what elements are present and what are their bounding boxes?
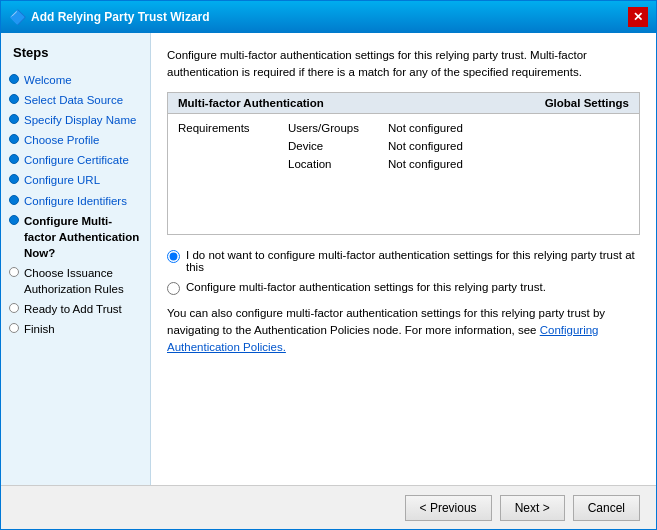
mfa-value: Not configured [388, 158, 463, 170]
sidebar-title: Steps [1, 45, 150, 70]
mfa-row-location: Location Not configured [278, 158, 463, 170]
content-area: Steps Welcome Select Data Source Specify… [1, 33, 656, 485]
sidebar-item-label: Ready to Add Trust [24, 301, 122, 317]
sidebar-item-specify-display-name[interactable]: Specify Display Name [1, 110, 150, 130]
sidebar-item-ready-to-add: Ready to Add Trust [1, 299, 150, 319]
title-bar-left: 🔷 Add Relying Party Trust Wizard [9, 9, 210, 25]
next-button[interactable]: Next > [500, 495, 565, 521]
window-icon: 🔷 [9, 9, 25, 25]
dot-icon [9, 195, 19, 205]
mfa-table: Multi-factor Authentication Global Setti… [167, 92, 640, 235]
radio-do-not-configure[interactable] [167, 250, 180, 263]
sidebar: Steps Welcome Select Data Source Specify… [1, 33, 151, 485]
dot-icon [9, 114, 19, 124]
dot-icon [9, 303, 19, 313]
mfa-row-users-groups: Users/Groups Not configured [278, 122, 463, 134]
mfa-row-device: Device Not configured [278, 140, 463, 152]
dot-icon [9, 174, 19, 184]
sidebar-item-label[interactable]: Choose Profile [24, 132, 99, 148]
dot-icon [9, 267, 19, 277]
sidebar-item-label-active: Configure Multi-factor Authentication No… [24, 213, 142, 261]
radio-option-do-not-configure[interactable]: I do not want to configure multi-factor … [167, 249, 640, 273]
dot-icon [9, 74, 19, 84]
mfa-table-header: Multi-factor Authentication Global Setti… [168, 93, 639, 114]
mfa-value: Not configured [388, 122, 463, 134]
mfa-requirements-label: Requirements [178, 122, 278, 176]
mfa-value: Not configured [388, 140, 463, 152]
title-bar: 🔷 Add Relying Party Trust Wizard ✕ [1, 1, 656, 33]
sidebar-item-label[interactable]: Configure URL [24, 172, 100, 188]
cancel-button[interactable]: Cancel [573, 495, 640, 521]
dot-icon [9, 154, 19, 164]
previous-button[interactable]: < Previous [405, 495, 492, 521]
sidebar-item-finish: Finish [1, 319, 150, 339]
dot-icon [9, 94, 19, 104]
sidebar-item-label: Finish [24, 321, 55, 337]
radio-option-configure[interactable]: Configure multi-factor authentication se… [167, 281, 640, 295]
dot-icon [9, 323, 19, 333]
mfa-rows: Users/Groups Not configured Device Not c… [278, 122, 463, 176]
dot-icon [9, 134, 19, 144]
sidebar-item-configure-mfa: Configure Multi-factor Authentication No… [1, 211, 150, 263]
mfa-requirements-block: Requirements Users/Groups Not configured… [178, 122, 629, 176]
sidebar-item-choose-profile[interactable]: Choose Profile [1, 130, 150, 150]
mfa-group-label: Device [278, 140, 388, 152]
sidebar-item-choose-issuance: Choose Issuance Authorization Rules [1, 263, 150, 299]
mfa-table-body: Requirements Users/Groups Not configured… [168, 114, 639, 234]
sidebar-item-label[interactable]: Specify Display Name [24, 112, 136, 128]
info-text: You can also configure multi-factor auth… [167, 305, 640, 357]
description-text: Configure multi-factor authentication se… [167, 47, 640, 82]
close-button[interactable]: ✕ [628, 7, 648, 27]
sidebar-item-select-data-source[interactable]: Select Data Source [1, 90, 150, 110]
window-title: Add Relying Party Trust Wizard [31, 10, 210, 24]
radio-do-not-configure-label: I do not want to configure multi-factor … [186, 249, 640, 273]
dot-icon [9, 215, 19, 225]
mfa-table-header-left: Multi-factor Authentication [178, 97, 324, 109]
sidebar-item-label[interactable]: Select Data Source [24, 92, 123, 108]
sidebar-item-configure-identifiers[interactable]: Configure Identifiers [1, 191, 150, 211]
mfa-group-label: Users/Groups [278, 122, 388, 134]
sidebar-item-configure-url[interactable]: Configure URL [1, 170, 150, 190]
mfa-table-header-right: Global Settings [545, 97, 629, 109]
sidebar-item-label: Choose Issuance Authorization Rules [24, 265, 142, 297]
sidebar-item-label[interactable]: Configure Certificate [24, 152, 129, 168]
mfa-group-label: Location [278, 158, 388, 170]
radio-configure[interactable] [167, 282, 180, 295]
sidebar-item-welcome[interactable]: Welcome [1, 70, 150, 90]
footer: < Previous Next > Cancel [1, 485, 656, 529]
sidebar-item-label[interactable]: Configure Identifiers [24, 193, 127, 209]
main-panel: Configure multi-factor authentication se… [151, 33, 656, 485]
main-window: 🔷 Add Relying Party Trust Wizard ✕ Steps… [0, 0, 657, 530]
sidebar-item-label[interactable]: Welcome [24, 72, 72, 88]
radio-configure-label: Configure multi-factor authentication se… [186, 281, 546, 293]
sidebar-item-configure-certificate[interactable]: Configure Certificate [1, 150, 150, 170]
radio-group: I do not want to configure multi-factor … [167, 249, 640, 295]
